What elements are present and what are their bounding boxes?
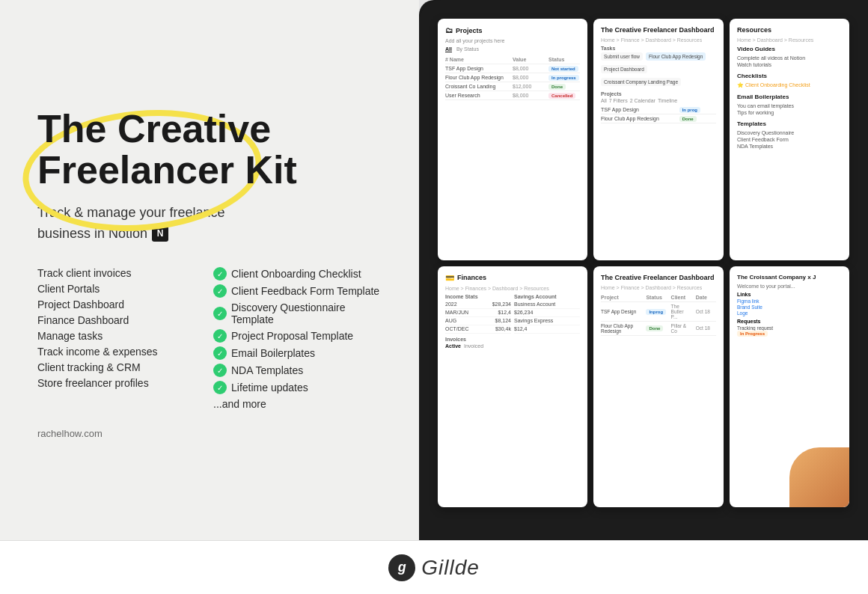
notion-icon: N (152, 225, 168, 242)
features-left-column: Track client invoices Client Portals Pro… (37, 267, 213, 410)
email-item: You can email templates (737, 102, 842, 109)
row-value: $8,000 (513, 93, 544, 98)
feature-label: ...and more (213, 398, 266, 410)
savings-row: Savings Express (514, 317, 580, 325)
filter-label: Timeline (658, 98, 677, 103)
check-icon: ✓ (213, 307, 227, 320)
finances-icon: 💳 (445, 274, 454, 282)
projects-section: Projects All 7 Filters 2 Calendar Timeli… (601, 91, 716, 123)
resources-breadcrumb: Home > Dashboard > Resources (737, 37, 842, 43)
main-dashboard-screenshot-card: The Creative Freelancer Dashboard Home >… (593, 266, 724, 508)
income-label: Income Stats (445, 294, 511, 299)
income-year: 2022 (445, 301, 457, 307)
dashboard-title: The Creative Freelancer Dashboard (601, 26, 715, 34)
feature-label: NDA Templates (231, 364, 303, 376)
savings-val: $26,234 (514, 310, 533, 315)
right-panel: 🗂 Projects Add all your projects here Al… (419, 0, 868, 540)
resources-card-header: Resources (737, 26, 842, 34)
savings-name: Savings Express (514, 318, 553, 323)
project-client: Pillar & Co (671, 323, 691, 334)
gillde-icon: g (388, 554, 415, 581)
table-row: User Research $8,000 Cancelled (445, 91, 580, 100)
table-row: Croissant Co Landing $12,000 Done (445, 82, 580, 91)
savings-name: Business Account (514, 301, 555, 307)
project-status: In prog (679, 107, 716, 112)
col-value: Value (513, 57, 544, 62)
status-badge: In progress (548, 75, 579, 81)
checklists-title: Checklists (737, 73, 842, 79)
subtitle-text: Track & manage your freelance (37, 205, 389, 221)
check-icon: ✓ (213, 329, 227, 343)
status-badge: Inprog (646, 309, 666, 315)
project-row: Flour Club App Redesign Done (601, 114, 716, 123)
feature-client-crm: Client tracking & CRM (37, 361, 213, 373)
tasks-container: Submit user flow Flour Club App Redesign… (601, 52, 716, 88)
hero-title-line1: The Creative (37, 107, 271, 150)
tab-status: By Status (456, 46, 479, 52)
feature-label: Project Proposal Template (231, 330, 353, 342)
check-icon: ✓ (213, 267, 227, 281)
task-item: Croissant Company Landing Page (601, 78, 681, 86)
savings-row: Business Account (514, 301, 580, 309)
video-guide-item: Complete all videos at Notion (737, 55, 842, 61)
feature-label: Project Dashboard (37, 298, 124, 310)
project-name: TSF App Design (601, 309, 641, 314)
projects-tab-bar: All By Status (445, 46, 580, 52)
template-item: NDA Templates (737, 143, 842, 150)
finances-breadcrumb: Home > Finances > Dashboard > Resources (445, 286, 580, 291)
main-projects-table: Project Status Client Date TSF App Desig… (601, 293, 716, 336)
features-section: Track client invoices Client Portals Pro… (37, 267, 389, 410)
website-text-value: rachelhow.com (37, 428, 103, 439)
resources-title: Resources (737, 26, 771, 34)
row-value: $12,000 (513, 84, 544, 89)
video-guide-item: Watch tutorials (737, 61, 842, 68)
projects-subtitle: Add all your projects here (445, 38, 580, 43)
requests-label: Requests (737, 319, 842, 324)
project-date: Oct 18 (696, 309, 716, 314)
dashboard-card-header: The Creative Freelancer Dashboard (601, 26, 716, 34)
left-panel: The Creative Freelancer Kit Track & mana… (0, 0, 419, 540)
gillde-letter: g (398, 560, 406, 575)
col-date: Date (696, 295, 716, 300)
income-value: $28,234 (492, 301, 511, 307)
project-name: Flour Club App Redesign (601, 116, 675, 121)
gillde-brand-name: Gillde (421, 556, 480, 580)
task-item: Submit user flow (601, 52, 643, 61)
invoices-section: Invoices Active Invoiced (445, 337, 580, 349)
feature-lifetime-updates: ✓ Lifetime updates (213, 381, 389, 394)
link-item: Loge (737, 310, 842, 316)
filter-bar: All 7 Filters 2 Calendar Timeline (601, 98, 716, 103)
check-icon: ✓ (213, 364, 227, 377)
projects-card-header: 🗂 Projects (445, 26, 580, 34)
request-status: In Progress (737, 331, 842, 336)
finance-stats: Income Stats 2022 $28,234 MAR/JUN $12,4 … (445, 294, 580, 334)
feature-feedback-form: ✓ Client Feedback Form Template (213, 284, 389, 298)
checklists-section: Checklists ⭐ Client Onboarding Checklist (737, 73, 842, 89)
feature-manage-tasks: Manage tasks (37, 330, 213, 342)
feature-label: Finance Dashboard (37, 314, 129, 326)
request-item: Tracking request (737, 325, 842, 331)
filter-label: All (601, 98, 607, 103)
table-row: TSF App Design $8,000 Not started (445, 64, 580, 73)
row-name: Flour Club App Redesign (445, 75, 508, 80)
row-name: User Research (445, 93, 508, 98)
feature-and-more: ...and more (213, 398, 389, 410)
project-name: TSF App Design (601, 107, 675, 112)
check-icon: ✓ (213, 381, 227, 394)
feature-nda: ✓ NDA Templates (213, 364, 389, 377)
template-item: Discovery Questionnaire (737, 129, 842, 136)
feature-track-invoices: Track client invoices (37, 267, 213, 279)
dashboard-breadcrumb: Home > Finance > Dashboard > Resources (601, 37, 716, 43)
savings-label: Savings Account (514, 294, 580, 299)
tab-invoiced: Invoiced (464, 343, 483, 349)
hero-title: The Creative Freelancer Kit (37, 108, 389, 190)
subtitle-line2-container: business in Notion N (37, 225, 389, 242)
savings-val: $12,4 (514, 326, 528, 331)
templates-section: Templates Discovery Questionnaire Client… (737, 120, 842, 150)
main-dash-header: The Creative Freelancer Dashboard (601, 274, 716, 281)
invoices-label: Invoices (445, 337, 580, 342)
tasks-section: Tasks Submit user flow Flour Club App Re… (601, 46, 716, 88)
email-boilerplates-title: Email Boilerplates (737, 94, 842, 100)
tasks-label: Tasks (601, 46, 716, 51)
dashboard-screenshot-card: The Creative Freelancer Dashboard Home >… (593, 19, 724, 260)
